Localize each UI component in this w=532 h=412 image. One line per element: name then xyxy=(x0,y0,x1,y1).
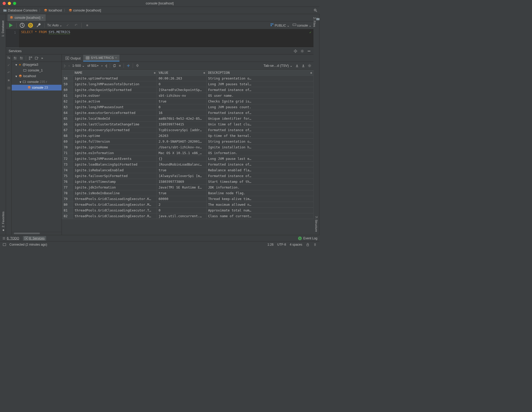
stop-button[interactable]: ■ xyxy=(84,22,90,28)
cell-desc[interactable]: Rebalance enabled fla… xyxy=(207,167,313,173)
cell-name[interactable]: ignite.igniteHome xyxy=(73,144,157,150)
rail-tab-favorites[interactable]: 2: Favorites xyxy=(1,211,5,232)
services-tree[interactable]: ▾ ✶ @taygeta3 console_1 ▾ localhost xyxy=(12,62,62,232)
table-row[interactable]: 72ignite.longJVMPauseLastEvents{}Long JV… xyxy=(62,156,313,162)
first-page-icon[interactable]: |‹ xyxy=(64,64,66,68)
tab-sys-metrics[interactable]: SYS.METRICS × xyxy=(83,55,119,62)
cell-name[interactable]: threadPools.GridClassLoadingExecutor.T… xyxy=(73,208,157,213)
gear-icon[interactable] xyxy=(300,49,304,53)
cell-value[interactable]: sbt-izhikov-nv xyxy=(157,93,207,99)
tree-node-console1[interactable]: console_1 xyxy=(12,68,62,73)
table-row[interactable]: 62ignite.activetrueChecks Ignite grid is… xyxy=(62,99,313,104)
rail-stop-icon[interactable]: ■ xyxy=(8,78,10,82)
commit-icon[interactable]: D xyxy=(28,22,33,28)
tree-node-console-result[interactable]: console 23 xyxy=(12,85,62,90)
search-icon[interactable] xyxy=(314,9,317,12)
cell-value[interactable]: 00:00:26.263 xyxy=(157,76,207,81)
tab-close-icon[interactable]: × xyxy=(42,16,44,20)
cell-name[interactable]: ignite.executorServiceFormatted xyxy=(73,110,157,116)
indent[interactable]: 4 spaces xyxy=(290,243,302,246)
more-icon[interactable]: » xyxy=(41,56,43,60)
cell-desc[interactable]: The maximum allowed n… xyxy=(207,202,313,208)
cell-name[interactable]: ignite.checkpointSpiFormatted xyxy=(73,87,157,93)
cell-value[interactable]: 2 xyxy=(157,202,207,208)
cell-desc[interactable]: Unix time of last clu… xyxy=(207,122,313,127)
cell-name[interactable]: ignite.active xyxy=(73,99,157,104)
cell-desc[interactable]: Checks Ignite grid is… xyxy=(207,99,313,104)
table-row[interactable]: 63ignite.longJVMPausesCount0Long JVM pau… xyxy=(62,104,313,110)
table-row[interactable]: 71ignite.osInformationMac OS X 10.15.1 x… xyxy=(62,150,313,156)
cell-value[interactable]: [AlwaysFailoverSpi [m… xyxy=(157,173,207,179)
table-row[interactable]: 80threadPools.GridClassLoadingExecutor.M… xyxy=(62,202,313,208)
table-row[interactable]: 59ignite.longJVMPausesTotalDuration0Long… xyxy=(62,81,313,87)
add-row-icon[interactable] xyxy=(126,64,130,68)
cell-value[interactable]: 26263 xyxy=(157,133,207,139)
cell-value[interactable]: /Users/sbt-izhikov-nv… xyxy=(157,144,207,150)
cell-value[interactable]: java.util.concurrent.… xyxy=(157,213,207,219)
export-icon[interactable] xyxy=(295,64,299,68)
gear-icon[interactable] xyxy=(308,64,311,68)
cell-desc[interactable]: Long JVM pauses count. xyxy=(207,104,313,110)
group-icon[interactable] xyxy=(29,56,32,60)
cell-name[interactable]: ignite.longJVMPauseLastEvents xyxy=(73,156,157,162)
cell-name[interactable]: ignite.longJVMPausesTotalDuration xyxy=(73,81,157,87)
wrench-icon[interactable] xyxy=(36,22,42,28)
table-row[interactable]: 77ignite.jdkInformationJava(TM) SE Runti… xyxy=(62,185,313,190)
tree-node-remote[interactable]: ▾ ✶ @taygeta3 xyxy=(12,62,62,68)
cell-desc[interactable]: Unique identifier for… xyxy=(207,116,313,122)
cell-name[interactable]: threadPools.GridClassLoadingExecutor.M… xyxy=(73,202,157,208)
cell-desc[interactable]: Class name of current… xyxy=(207,213,313,219)
cell-value[interactable]: 1580399774415 xyxy=(157,122,207,127)
import-icon[interactable] xyxy=(301,64,305,68)
cell-value[interactable]: [RoundRobinLoadBalanc… xyxy=(157,162,207,167)
cell-name[interactable]: threadPools.GridClassLoadingExecutor.R… xyxy=(73,213,157,219)
table-row[interactable]: 68ignite.uptime26263Up-time of the kerna… xyxy=(62,133,313,139)
statusbar-icon[interactable] xyxy=(3,243,6,246)
rail-layers-icon[interactable]: ▤ xyxy=(7,86,10,90)
table-row[interactable]: 65ignite.localNodeIdaa8b76b1-9e52-42e2-8… xyxy=(62,116,313,122)
table-row[interactable]: 78ignite.isNodeInBaselinetrueBaseline no… xyxy=(62,190,313,196)
editor-tab-console[interactable]: console [localhost] × xyxy=(8,14,46,21)
cell-desc[interactable]: Formatted instance of… xyxy=(207,127,313,133)
breadcrumb-item-host[interactable]: localhost xyxy=(43,8,63,13)
col-header-name[interactable]: NAME◆ xyxy=(73,70,157,76)
cell-desc[interactable]: OS user name. xyxy=(207,93,313,99)
table-row[interactable]: 66ignite.lastClusterStateChangeTime15803… xyxy=(62,122,313,127)
horizontal-scrollbar[interactable] xyxy=(12,232,62,235)
rollback-icon[interactable]: ↶ xyxy=(73,22,79,28)
last-page-icon[interactable]: ›| xyxy=(105,64,107,68)
cursor-position[interactable]: 1:26 xyxy=(268,243,274,246)
cell-value[interactable]: 2.9.0-SNAPSHOT-202001… xyxy=(157,139,207,144)
cell-name[interactable]: ignite.osUser xyxy=(73,93,157,99)
minimize-icon[interactable] xyxy=(307,49,311,53)
cell-desc[interactable]: Ignite installation h… xyxy=(207,144,313,150)
tree-node-localhost[interactable]: ▾ localhost xyxy=(12,73,62,79)
maximize-window-button[interactable] xyxy=(13,2,16,5)
breadcrumb-item-root[interactable]: Database Consoles xyxy=(2,8,38,13)
table-row[interactable]: 58ignite.uptimeFormatted00:00:26.263Stri… xyxy=(62,76,313,81)
close-window-button[interactable] xyxy=(3,2,6,5)
table-row[interactable]: 75ignite.failoverSpiFormatted[AlwaysFail… xyxy=(62,173,313,179)
rail-rollback-icon[interactable]: ↶ xyxy=(7,71,10,75)
col-header-value[interactable]: VALUE◆ xyxy=(157,70,207,76)
cell-value[interactable]: {} xyxy=(157,156,207,162)
rail-check-icon[interactable]: ✓ xyxy=(7,63,10,67)
cell-name[interactable]: ignite.startTimestamp xyxy=(73,179,157,185)
add-icon[interactable] xyxy=(35,56,39,60)
table-row[interactable]: 82threadPools.GridClassLoadingExecutor.R… xyxy=(62,213,313,219)
cell-name[interactable]: ignite.longJVMPausesCount xyxy=(73,104,157,110)
col-header-desc[interactable]: DESCRIPTION◆ xyxy=(207,70,313,76)
cell-value[interactable]: 1580399773869 xyxy=(157,179,207,185)
cell-value[interactable]: 60000 xyxy=(157,196,207,202)
table-row[interactable]: 67ignite.discoverySpiFormattedTcpDiscove… xyxy=(62,127,313,133)
stop-icon[interactable]: ■ xyxy=(119,64,121,68)
table-row[interactable]: 73ignite.loadBalancingSpiFormatted[Round… xyxy=(62,162,313,167)
table-row[interactable]: 60ignite.checkpointSpiFormatted[SharedFs… xyxy=(62,87,313,93)
cell-desc[interactable]: Formatted instance of… xyxy=(207,87,313,93)
cell-value[interactable]: 16 xyxy=(157,110,207,116)
cell-value[interactable]: 0 xyxy=(157,104,207,110)
cell-desc[interactable]: Formatted instance of… xyxy=(207,162,313,167)
tab-services[interactable]: 8: Services xyxy=(23,236,46,241)
cell-desc[interactable]: OS information. xyxy=(207,150,313,156)
session-selector[interactable]: console ⌄ xyxy=(293,23,311,27)
